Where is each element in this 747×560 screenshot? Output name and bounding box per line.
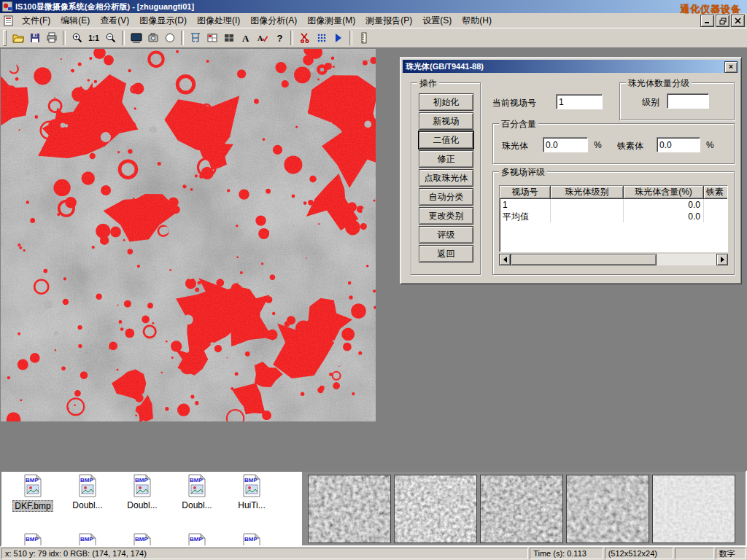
mdi-close-button[interactable] [731, 15, 745, 27]
calipers-icon[interactable] [187, 30, 204, 46]
file-item[interactable]: BMP [7, 533, 58, 547]
file-item[interactable]: BMP [226, 533, 277, 547]
svg-text:?: ? [276, 33, 282, 44]
dialog-title-bar[interactable]: 珠光体(GB/T9441-88) × [403, 60, 739, 73]
file-item[interactable]: BMP Doubl... [62, 474, 113, 510]
dark-grid-icon[interactable] [220, 30, 237, 46]
file-name[interactable]: Doubl... [180, 500, 213, 510]
dialog-close-button[interactable]: × [724, 61, 738, 73]
menu-item-help[interactable]: 帮助(H) [457, 14, 497, 28]
svg-text:BMP: BMP [190, 477, 203, 483]
cut-icon[interactable] [296, 30, 313, 46]
image-thumbnail[interactable] [308, 475, 391, 543]
font-check-icon[interactable]: A [254, 30, 271, 46]
auto-classify-button[interactable]: 自动分类 [419, 188, 473, 206]
pearlite-dialog: 珠光体(GB/T9441-88) × 操作 初始化 新视场 二值化 修正 点取珠… [400, 57, 742, 284]
menu-item-edit[interactable]: 编辑(E) [55, 14, 95, 28]
correct-button[interactable]: 修正 [419, 150, 473, 168]
status-time: Time (s): 0.113 [530, 548, 603, 559]
file-item[interactable]: BMP Doubl... [171, 474, 222, 510]
return-button[interactable]: 返回 [419, 245, 473, 262]
image-thumbnail[interactable] [394, 475, 477, 543]
image-thumbnail[interactable] [480, 475, 563, 543]
level-input[interactable] [667, 93, 709, 109]
binarize-button[interactable]: 二值化 [419, 131, 473, 149]
actual-size-icon[interactable]: 1:1 [85, 30, 102, 46]
percentage-group: 百分含量 珠光体 % 铁素体 % [492, 123, 735, 164]
file-item[interactable]: BMP DKF.bmp [7, 474, 58, 512]
svg-text:A: A [242, 33, 249, 44]
file-name[interactable]: Doubl... [125, 500, 158, 510]
multi-view-table[interactable]: 视场号 珠光体级别 珠光体含量(%) 铁素 1 0.0 平均值 0.0 [499, 185, 728, 252]
bmp-file-icon: BMP [241, 533, 262, 547]
image-thumbnail[interactable] [566, 475, 649, 543]
menu-item-measure-report[interactable]: 测量报告(P) [360, 14, 417, 28]
svg-text:A: A [258, 34, 263, 42]
capture-icon[interactable] [128, 30, 144, 46]
file-item[interactable]: BMP HuiTi... [226, 474, 277, 510]
zoom-out-icon[interactable] [102, 30, 119, 46]
file-item[interactable]: BMP [171, 533, 222, 547]
pick-pearlite-button[interactable]: 点取珠光体 [419, 169, 473, 187]
column-header-view[interactable]: 视场号 [500, 186, 551, 199]
toolbar-grip[interactable] [3, 30, 7, 46]
save-icon[interactable] [26, 30, 43, 46]
menu-item-file[interactable]: 文件(F) [17, 14, 55, 28]
print-icon[interactable] [43, 30, 60, 46]
live-view-icon[interactable] [161, 30, 178, 46]
scrollbar-thumb[interactable] [511, 254, 657, 265]
scroll-left-button[interactable] [499, 254, 511, 265]
menu-item-view[interactable]: 查看(V) [95, 14, 134, 28]
column-header-pearlite[interactable]: 珠光体含量(%) [624, 186, 704, 199]
column-header-level[interactable]: 珠光体级别 [551, 186, 624, 199]
mdi-restore-button[interactable] [716, 15, 729, 27]
scroll-right-button[interactable] [716, 254, 728, 265]
menu-item-image-processing[interactable]: 图像处理(I) [192, 14, 245, 28]
zoom-in-icon[interactable] [69, 30, 85, 46]
app-icon [2, 1, 12, 12]
toolbar-separator [122, 31, 125, 45]
text-annotation-icon[interactable]: A [237, 30, 254, 46]
new-field-button[interactable]: 新视场 [419, 112, 473, 130]
image-thumbnail[interactable] [652, 475, 735, 543]
menu-item-image-analysis[interactable]: 图像分析(A) [245, 14, 302, 28]
file-name[interactable]: DKF.bmp [12, 500, 53, 512]
bmp-file-icon: BMP [23, 533, 43, 547]
file-item[interactable]: BMP [62, 533, 113, 547]
ferrite-percent-input[interactable] [657, 137, 700, 152]
measure-grid-icon[interactable] [204, 30, 220, 46]
open-icon[interactable] [9, 30, 26, 46]
file-name[interactable]: HuiTi... [236, 500, 267, 510]
file-item[interactable]: BMP [117, 533, 168, 547]
vendor-watermark: 通化仪器设备 [680, 3, 741, 16]
menu-item-settings[interactable]: 设置(S) [417, 14, 457, 28]
grade-button[interactable]: 评级 [419, 226, 473, 244]
current-view-input[interactable] [556, 94, 603, 109]
camera-icon[interactable] [144, 30, 161, 46]
column-header-ferrite[interactable]: 铁素 [704, 186, 728, 199]
bmp-file-icon: BMP [187, 533, 207, 547]
help-icon[interactable]: ? [271, 30, 287, 46]
table-row[interactable]: 平均值 0.0 [500, 211, 727, 222]
ruler-icon[interactable] [355, 30, 372, 46]
menu-item-image-measure[interactable]: 图像测量(M) [302, 14, 360, 28]
table-row[interactable]: 1 0.0 [500, 199, 727, 211]
svg-text:BMP: BMP [135, 477, 148, 483]
initialize-button[interactable]: 初始化 [419, 93, 473, 111]
toolbar-separator [63, 31, 66, 45]
toolbar-separator [349, 31, 352, 45]
bmp-file-icon: BMP [132, 533, 152, 547]
menu-item-image-display[interactable]: 图像显示(D) [134, 14, 192, 28]
svg-text:BMP: BMP [190, 536, 203, 542]
pearlite-percent-input[interactable] [543, 137, 588, 152]
file-item[interactable]: BMP Doubl... [117, 474, 168, 510]
mdi-minimize-button[interactable] [700, 15, 714, 27]
table-horizontal-scrollbar[interactable] [499, 254, 728, 265]
bmp-file-icon: BMP [187, 474, 207, 497]
blue-grid-icon[interactable] [313, 30, 330, 46]
mdi-document-icon[interactable] [3, 15, 15, 26]
blue-pointer-icon[interactable] [330, 30, 347, 46]
change-class-button[interactable]: 更改类别 [419, 207, 473, 225]
file-name[interactable]: Doubl... [71, 500, 104, 510]
micrograph-image[interactable] [1, 49, 376, 421]
